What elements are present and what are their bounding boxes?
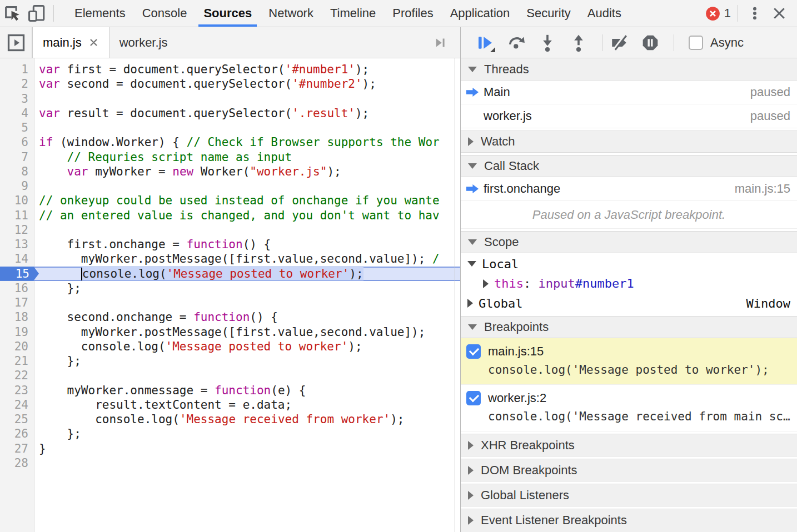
line-number[interactable]: 20 — [0, 339, 34, 354]
line-number[interactable]: 1 — [0, 62, 34, 77]
line-number[interactable]: 25 — [0, 412, 34, 426]
code-line-content[interactable] — [34, 121, 39, 135]
section-event-listener-breakpoints[interactable]: Event Listener Breakpoints — [461, 509, 797, 531]
section-threads[interactable]: Threads — [461, 58, 797, 81]
line-number[interactable]: 7 — [0, 150, 34, 164]
file-tab-workerjs[interactable]: worker.js — [109, 27, 178, 58]
line-number[interactable]: 8 — [0, 164, 34, 179]
code-line-content[interactable]: // an entered value is changed, and you … — [34, 208, 440, 223]
code-line-content[interactable]: var myWorker = new Worker("worker.js"); — [34, 164, 341, 179]
line-number[interactable]: 26 — [0, 426, 34, 441]
tab-timeline[interactable]: Timeline — [322, 0, 384, 27]
line-number[interactable]: 22 — [0, 368, 34, 383]
section-scope[interactable]: Scope — [461, 231, 797, 253]
code-editor[interactable]: 1var first = document.querySelector('#nu… — [0, 58, 460, 532]
deactivate-breakpoints-button[interactable] — [607, 31, 631, 55]
code-line-content[interactable]: var result = document.querySelector('.re… — [34, 106, 369, 121]
close-devtools-icon[interactable] — [767, 1, 791, 26]
device-toolbar-icon[interactable] — [24, 1, 49, 26]
line-number[interactable]: 6 — [0, 135, 34, 149]
code-line-content[interactable]: // Requries script name as input — [34, 150, 292, 164]
scope-global[interactable]: Global Window — [461, 293, 797, 314]
section-dom-breakpoints[interactable]: DOM Breakpoints — [461, 459, 797, 481]
code-line-content[interactable]: first.onchange = function() { — [34, 237, 271, 252]
breakpoint-checkbox[interactable] — [466, 391, 481, 405]
tab-application[interactable]: Application — [442, 0, 519, 27]
step-into-button[interactable] — [535, 31, 560, 55]
line-number[interactable]: 18 — [0, 310, 34, 324]
line-number[interactable]: 13 — [0, 237, 34, 252]
code-line-content[interactable]: if (window.Worker) { // Check if Browser… — [34, 135, 440, 149]
close-tab-icon[interactable] — [88, 37, 99, 48]
breakpoint-checkbox[interactable] — [466, 344, 481, 359]
code-line-content[interactable]: myWorker.postMessage([first.value,second… — [34, 325, 425, 339]
section-breakpoints[interactable]: Breakpoints — [461, 316, 797, 338]
line-number[interactable]: 27 — [0, 441, 34, 456]
tab-network[interactable]: Network — [260, 0, 322, 27]
code-line-content[interactable]: // onkeyup could be used instead of onch… — [34, 193, 440, 208]
code-line-content[interactable]: result.textContent = e.data; — [34, 398, 292, 412]
section-xhr-breakpoints[interactable]: XHR Breakpoints — [461, 434, 797, 456]
breakpoint-entry-mainjs[interactable]: main.js:15 console.log('Message posted t… — [461, 338, 797, 385]
code-line-content[interactable]: var second = document.querySelector('#nu… — [34, 77, 376, 91]
section-call-stack[interactable]: Call Stack — [461, 155, 797, 177]
show-navigator-icon[interactable] — [0, 27, 32, 58]
line-number[interactable]: 28 — [0, 456, 34, 470]
section-global-listeners[interactable]: Global Listeners — [461, 484, 797, 506]
tab-overflow-icon[interactable] — [431, 27, 448, 58]
code-line-content[interactable]: myWorker.postMessage([first.value,second… — [34, 252, 440, 266]
line-number[interactable]: 2 — [0, 77, 34, 91]
step-over-button[interactable] — [504, 31, 529, 55]
line-number[interactable]: 16 — [0, 281, 34, 295]
line-number[interactable]: 4 — [0, 106, 34, 121]
tab-security[interactable]: Security — [518, 0, 579, 27]
code-line-content[interactable]: }; — [34, 281, 81, 295]
line-number[interactable]: 24 — [0, 398, 34, 412]
code-line-content[interactable] — [34, 295, 39, 310]
tab-profiles[interactable]: Profiles — [384, 0, 441, 27]
code-line-content[interactable] — [34, 92, 39, 106]
code-line-content[interactable]: }; — [34, 354, 81, 368]
line-number[interactable]: 17 — [0, 295, 34, 310]
thread-row-worker[interactable]: worker.js paused — [461, 104, 797, 128]
code-line-content[interactable]: myWorker.onmessage = function(e) { — [34, 383, 306, 398]
breakpoint-entry-workerjs[interactable]: worker.js:2 console.log('Message receive… — [461, 385, 797, 431]
section-watch[interactable]: Watch — [461, 131, 797, 153]
async-checkbox[interactable] — [689, 36, 703, 50]
code-line-content[interactable]: console.log('Message received from worke… — [34, 412, 404, 426]
line-number[interactable]: 10 — [0, 193, 34, 208]
line-number[interactable]: 21 — [0, 354, 34, 368]
tab-audits[interactable]: Audits — [579, 0, 630, 27]
breakpoint-line-number[interactable]: 15 — [0, 267, 39, 281]
step-out-button[interactable] — [566, 31, 591, 55]
scope-local[interactable]: Local — [461, 253, 797, 274]
resume-script-button[interactable] — [473, 31, 497, 55]
code-line-content[interactable]: }; — [34, 426, 81, 441]
tab-console[interactable]: Console — [134, 0, 196, 27]
tab-sources[interactable]: Sources — [195, 0, 260, 27]
code-line-content[interactable]: console.log('Message posted to worker'); — [34, 339, 362, 354]
thread-row-main[interactable]: Main paused — [461, 81, 797, 104]
scope-this-property[interactable]: this: input#number1 — [461, 274, 797, 293]
code-line-content[interactable] — [34, 368, 39, 383]
file-tab-mainjs[interactable]: main.js — [32, 27, 109, 58]
line-number[interactable]: 14 — [0, 252, 34, 266]
code-line-content[interactable] — [34, 223, 39, 237]
line-number[interactable]: 12 — [0, 223, 34, 237]
tab-elements[interactable]: Elements — [66, 0, 134, 27]
line-number[interactable]: 23 — [0, 383, 34, 398]
inspect-element-icon[interactable] — [0, 1, 24, 26]
line-number[interactable]: 9 — [0, 179, 34, 193]
code-line-content[interactable]: var first = document.querySelector('#num… — [34, 62, 369, 77]
code-line-content[interactable] — [34, 179, 39, 193]
error-count-badge[interactable]: 1 — [705, 6, 731, 21]
line-number[interactable]: 3 — [0, 92, 34, 106]
code-line-content[interactable]: } — [34, 441, 46, 456]
line-number[interactable]: 19 — [0, 325, 34, 339]
code-line-content[interactable] — [34, 456, 39, 470]
code-line-content[interactable]: second.onchange = function() { — [34, 310, 278, 324]
line-number[interactable]: 5 — [0, 121, 34, 135]
call-stack-frame[interactable]: first.onchange main.js:15 — [461, 177, 797, 201]
more-options-icon[interactable] — [743, 1, 767, 26]
pause-on-exceptions-button[interactable] — [638, 31, 662, 55]
